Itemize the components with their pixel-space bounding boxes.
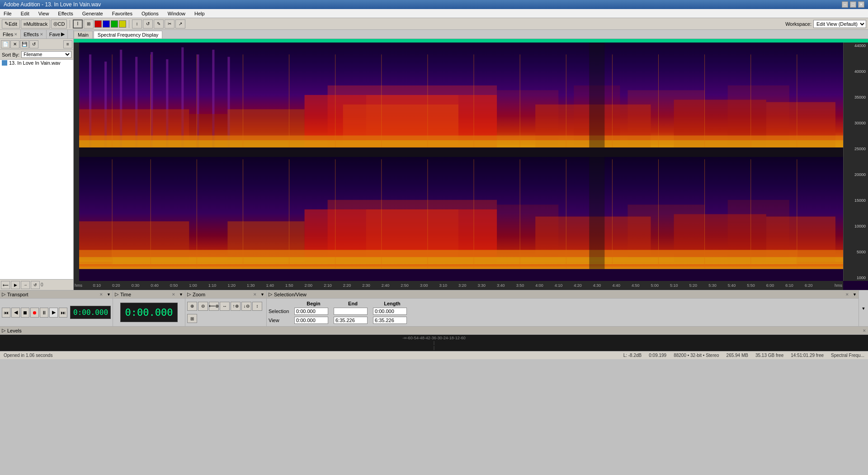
tl-340: 3:40 bbox=[497, 283, 505, 288]
sel-end-input[interactable] bbox=[334, 308, 368, 315]
sel-selection-label: Selection bbox=[269, 309, 293, 314]
menu-generate[interactable]: Generate bbox=[80, 10, 105, 17]
spectral-display: 44000 40000 35000 30000 25000 20000 1500… bbox=[74, 39, 868, 290]
tab-spectral-label: Spectral Frequency Display bbox=[98, 32, 159, 38]
file-item[interactable]: 13. In Love In Vain.wav bbox=[0, 60, 73, 66]
maximize-button[interactable]: □ bbox=[850, 1, 856, 8]
channel-red[interactable] bbox=[94, 20, 102, 28]
sidebar-tab-files[interactable]: Files ✕ bbox=[0, 30, 21, 38]
sidebar-tab-effects[interactable]: Effects ✕ bbox=[21, 30, 46, 38]
cd-button[interactable]: ◎ CD bbox=[51, 19, 67, 28]
status-hint: Spectral Frequ... bbox=[831, 353, 864, 358]
zoom-in-y-button[interactable]: ↑⊕ bbox=[231, 302, 241, 311]
levels-title: Levels bbox=[7, 328, 22, 333]
zoom-options[interactable]: ▼ bbox=[260, 292, 264, 297]
tab-main[interactable]: Main bbox=[74, 31, 93, 38]
selection-options[interactable]: ▼ bbox=[853, 292, 857, 297]
workspace-dropdown[interactable]: Edit View (Default) bbox=[813, 20, 866, 28]
record-button[interactable]: ⏺ bbox=[30, 308, 39, 318]
menu-effects[interactable]: Effects bbox=[56, 10, 75, 17]
effects-tab-close[interactable]: ✕ bbox=[40, 32, 43, 37]
selection-close[interactable]: ✕ bbox=[845, 292, 849, 297]
zoom-full-button[interactable]: ↔ bbox=[220, 302, 230, 311]
tool1-button[interactable]: ↕ bbox=[132, 19, 142, 28]
go-start-button[interactable]: ⏮ bbox=[2, 308, 10, 318]
timeline-bar[interactable]: hms 0:10 0:20 0:30 0:40 0:50 1:00 1:10 1… bbox=[74, 281, 843, 290]
tab-spectral[interactable]: Spectral Frequency Display bbox=[94, 31, 163, 38]
loop-play-button[interactable]: ▶ bbox=[11, 281, 20, 289]
save-file-button[interactable]: 💾 bbox=[20, 40, 29, 48]
zoom-close[interactable]: ✕ bbox=[253, 292, 257, 297]
view-length-input[interactable] bbox=[373, 317, 407, 324]
selection-grid: Begin End Length Selection View bbox=[267, 299, 859, 326]
tool4-button[interactable]: ✂ bbox=[165, 19, 175, 28]
panel-right-expand[interactable]: ▼ bbox=[859, 290, 868, 326]
channel-yellow[interactable] bbox=[119, 20, 126, 28]
view-end-input[interactable] bbox=[334, 317, 368, 324]
tl-120: 1:20 bbox=[227, 283, 236, 288]
loop-prev-button[interactable]: ⟵ bbox=[1, 281, 10, 289]
transport-close[interactable]: ✕ bbox=[99, 292, 103, 297]
pause-button[interactable]: ⏸ bbox=[40, 308, 48, 318]
view-begin-input[interactable] bbox=[294, 317, 328, 324]
spectral-canvas[interactable] bbox=[74, 43, 843, 281]
sel-length-input[interactable] bbox=[373, 308, 407, 315]
close-file-button[interactable]: ✕ bbox=[10, 40, 19, 48]
sel-begin-input[interactable] bbox=[294, 308, 328, 315]
transport-options[interactable]: ▼ bbox=[107, 292, 111, 297]
selection-tool-button[interactable]: I bbox=[73, 19, 83, 28]
sidebar-tab-bar: Files ✕ Effects ✕ Fave ▶ bbox=[0, 30, 73, 39]
auto-play-button[interactable]: ↺ bbox=[31, 281, 40, 289]
loop-next-button[interactable]: → bbox=[21, 281, 30, 289]
zoom-full-y-button[interactable]: ↕ bbox=[252, 302, 262, 311]
rewind-button[interactable]: ◀ bbox=[11, 308, 20, 318]
transport-header: ▷ Transport ✕ ▼ bbox=[0, 290, 113, 299]
zoom-in-x-button[interactable]: ⊕ bbox=[187, 302, 197, 311]
time-options[interactable]: ▼ bbox=[179, 292, 183, 297]
channel-green[interactable] bbox=[111, 20, 118, 28]
channel-blue[interactable] bbox=[103, 20, 110, 28]
status-memory: 265.94 MB bbox=[726, 353, 748, 358]
playback-progress[interactable] bbox=[74, 39, 868, 43]
loop-button[interactable]: ↺ bbox=[29, 40, 38, 48]
zoom-fit-button[interactable]: ⊞ bbox=[187, 314, 197, 323]
play-button[interactable]: ▶ bbox=[49, 308, 58, 318]
sidebar-tab-fave[interactable]: Fave ▶ bbox=[47, 30, 68, 38]
menu-options[interactable]: Options bbox=[140, 10, 160, 17]
sel-view-label: View bbox=[269, 318, 293, 323]
fave-expand[interactable]: ▶ bbox=[61, 31, 65, 37]
tool5-button[interactable]: ↗ bbox=[175, 19, 185, 28]
tool3-button[interactable]: ✎ bbox=[154, 19, 164, 28]
new-file-button[interactable]: 📄 bbox=[1, 40, 10, 48]
zoom-out-y-button[interactable]: ↓⊖ bbox=[241, 302, 251, 311]
main-layout: Files ✕ Effects ✕ Fave ▶ 📄 ✕ 💾 ↺ ≡ Sort … bbox=[0, 30, 868, 290]
levels-close[interactable]: ✕ bbox=[863, 328, 866, 333]
files-tab-close[interactable]: ✕ bbox=[14, 32, 18, 37]
zoom-out-x-button[interactable]: ⊖ bbox=[198, 302, 208, 311]
sel-length-header: Length bbox=[373, 301, 411, 306]
go-end-button[interactable]: ⏭ bbox=[59, 308, 67, 318]
menu-view[interactable]: View bbox=[37, 10, 51, 17]
sort-by-dropdown[interactable]: Filename Date Duration bbox=[21, 51, 71, 58]
menu-window[interactable]: Window bbox=[166, 10, 187, 17]
view-button[interactable]: ⊞ bbox=[84, 19, 94, 28]
toolbar: ✎ Edit ≡ Multitrack ◎ CD I ⊞ ↕ ↺ ✎ ✂ ↗ W… bbox=[0, 18, 868, 30]
time-close[interactable]: ✕ bbox=[172, 292, 175, 297]
zoom-in-left-button[interactable]: ⟵⊕ bbox=[209, 302, 219, 311]
menu-file[interactable]: File bbox=[2, 10, 14, 17]
zoom-expand-icon: ▷ bbox=[187, 291, 191, 297]
tool2-button[interactable]: ↺ bbox=[143, 19, 153, 28]
sidebar-menu-button[interactable]: ≡ bbox=[63, 40, 72, 48]
menu-help[interactable]: Help bbox=[193, 10, 207, 17]
multitrack-button[interactable]: ≡ Multitrack bbox=[21, 19, 50, 28]
file-icon bbox=[2, 60, 7, 66]
minimize-button[interactable]: − bbox=[842, 1, 848, 8]
edit-mode-button[interactable]: ✎ Edit bbox=[2, 19, 20, 28]
frequency-scale: 44000 40000 35000 30000 25000 20000 1500… bbox=[843, 43, 868, 281]
levels-row: ▷ Levels ✕ -∞ -60 -54 -48 -42 -36 -30 -2… bbox=[0, 326, 868, 351]
menu-edit[interactable]: Edit bbox=[19, 10, 31, 17]
close-button[interactable]: ✕ bbox=[858, 1, 864, 8]
stop-button[interactable]: ⏹ bbox=[21, 308, 29, 318]
edit-label: Edit bbox=[9, 21, 17, 27]
menu-favorites[interactable]: Favorites bbox=[110, 10, 134, 17]
